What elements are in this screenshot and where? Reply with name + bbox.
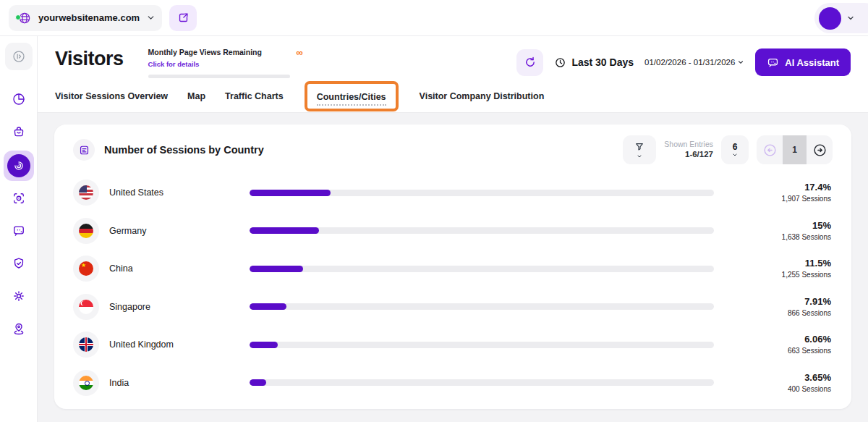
shown-entries-value: 1-6/127: [664, 149, 713, 159]
country-name: Singapore: [109, 302, 239, 312]
sessions-bar-fill: [250, 379, 266, 386]
flag-in-icon: [73, 370, 99, 396]
sessions-value: 663 Sessions: [724, 346, 831, 355]
funnel-icon: [634, 141, 645, 153]
row-values: 3.65% 400 Sessions: [724, 372, 833, 394]
next-page-button[interactable]: [807, 135, 833, 164]
sessions-bar-track: [250, 266, 714, 272]
period-selector[interactable]: Last 30 Days: [554, 56, 634, 69]
tab-map[interactable]: Map: [187, 91, 205, 101]
sidebar-item-visitors[interactable]: [4, 151, 34, 181]
country-row: United States 17.4% 1,907 Sessions: [73, 174, 833, 212]
country-rows: United States 17.4% 1,907 Sessions Germa…: [73, 172, 833, 402]
tab-visitor-sessions-overview[interactable]: Visitor Sessions Overview: [55, 91, 168, 101]
row-values: 11.5% 1,255 Sessions: [724, 258, 833, 279]
sidebar-item-communication[interactable]: [5, 217, 33, 245]
flag-cn-icon: [73, 256, 99, 282]
percent-value: 7.91%: [724, 296, 831, 308]
chevron-down-icon: [637, 153, 642, 159]
quota-details-link[interactable]: Click for details: [148, 60, 200, 68]
shown-entries-label: Shown Entries: [664, 140, 713, 149]
country-row: United Kingdom 6.06% 663 Sessions: [73, 326, 833, 364]
sidebar-item-dashboard[interactable]: [5, 85, 33, 113]
top-bar: yourwebsitename.com: [0, 0, 868, 36]
sidebar-item-settings[interactable]: [5, 282, 33, 310]
tab-traffic-charts[interactable]: Traffic Charts: [225, 91, 284, 101]
percent-value: 6.06%: [724, 334, 831, 346]
page-size-value: 6: [733, 143, 738, 152]
sidebar: [0, 36, 38, 422]
acquisition-bag-icon: [12, 125, 26, 139]
percent-value: 17.4%: [724, 182, 831, 194]
infinity-value: ∞: [296, 48, 302, 57]
location-pin-icon: [12, 321, 26, 336]
page-size-selector[interactable]: 6: [721, 135, 749, 164]
percent-value: 3.65%: [724, 372, 831, 384]
sidebar-item-location[interactable]: [5, 315, 33, 342]
tab-countries-cities[interactable]: Countries/Cities: [317, 92, 386, 106]
country-name: United States: [109, 187, 239, 198]
row-values: 6.06% 663 Sessions: [724, 334, 833, 355]
page-views-quota: Monthly Page Views Remaining Click for d…: [148, 46, 303, 78]
filter-button[interactable]: [623, 135, 656, 164]
sessions-bar-track: [250, 342, 714, 348]
sidebar-item-acquisition[interactable]: [5, 118, 33, 145]
pagination: 1: [757, 135, 833, 164]
settings-gear-icon: [12, 289, 26, 303]
arrow-left-circle-icon: [762, 143, 778, 158]
status-dot: [15, 14, 21, 20]
sidebar-item-collapse[interactable]: [5, 43, 33, 70]
sessions-value: 1,907 Sessions: [724, 194, 831, 203]
sidebar-item-privacy[interactable]: [5, 250, 33, 277]
website-selector[interactable]: yourwebsitename.com: [9, 5, 162, 31]
date-range-value: 01/02/2026 - 01/31/2026: [644, 58, 735, 67]
country-name: India: [109, 378, 239, 388]
report-list-icon: [73, 139, 95, 161]
flag-us-icon: [73, 180, 99, 206]
page-header: Visitors Monthly Page Views Remaining Cl…: [38, 36, 868, 113]
percent-value: 15%: [724, 220, 831, 232]
communication-chat-icon: [12, 224, 26, 238]
sessions-bar-fill: [250, 227, 319, 234]
tab-visitor-company-distribution[interactable]: Visitor Company Distribution: [420, 91, 545, 101]
shown-entries: Shown Entries 1-6/127: [664, 140, 713, 160]
sessions-bar-fill: [250, 266, 303, 272]
country-row: Germany 15% 1,638 Sessions: [73, 212, 833, 250]
sessions-bar-track: [250, 227, 714, 234]
visitors-radar-icon: [7, 154, 30, 177]
quota-label: Monthly Page Views Remaining: [148, 48, 262, 56]
country-name: United Kingdom: [109, 339, 239, 350]
external-link-icon: [177, 12, 190, 24]
user-menu[interactable]: [814, 3, 868, 33]
sessions-bar-track: [250, 303, 714, 310]
refresh-icon: [524, 56, 537, 69]
flag-sg-icon: [73, 294, 99, 320]
collapse-sidebar-icon: [12, 49, 26, 64]
sessions-bar-fill: [250, 342, 278, 348]
row-values: 15% 1,638 Sessions: [724, 220, 833, 242]
card-title: Number of Sessions by Country: [104, 144, 264, 156]
behavior-focus-icon: [12, 191, 26, 206]
sessions-value: 400 Sessions: [724, 384, 831, 394]
sidebar-item-behavior[interactable]: [5, 185, 33, 212]
previous-page-button[interactable]: [757, 135, 783, 164]
chat-icon: [767, 56, 779, 69]
sessions-value: 1,255 Sessions: [724, 270, 831, 279]
sessions-bar-fill: [250, 303, 286, 310]
country-name: Germany: [109, 226, 239, 236]
flag-gb-icon: [73, 332, 99, 358]
sessions-bar-track: [250, 379, 714, 386]
country-name: China: [109, 263, 239, 274]
sessions-value: 866 Sessions: [724, 308, 831, 318]
country-row: China 11.5% 1,255 Sessions: [73, 250, 833, 288]
row-values: 7.91% 866 Sessions: [724, 296, 833, 318]
refresh-button[interactable]: [516, 49, 543, 76]
date-range-selector[interactable]: 01/02/2026 - 01/31/2026: [644, 58, 744, 67]
ai-assistant-button[interactable]: AI Assistant: [755, 48, 851, 76]
quota-progress-bar: [148, 75, 290, 78]
chevron-down-icon: [737, 59, 744, 66]
open-website-button[interactable]: [169, 5, 197, 31]
current-page: 1: [783, 135, 807, 164]
country-row: Singapore 7.91% 866 Sessions: [73, 288, 833, 326]
tab-highlight-box: Countries/Cities: [305, 81, 399, 111]
